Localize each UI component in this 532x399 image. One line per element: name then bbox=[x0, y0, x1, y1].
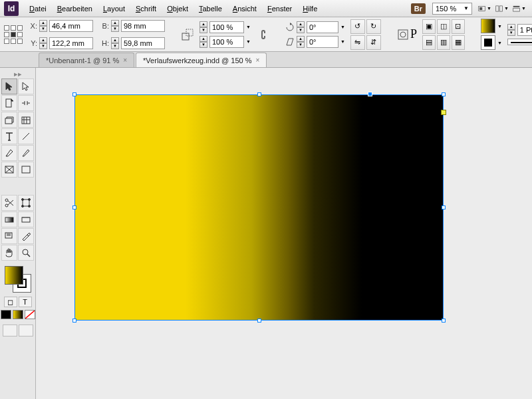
zoom-level-field[interactable]: 150 %▼ bbox=[432, 3, 472, 15]
bridge-badge[interactable]: Br bbox=[411, 3, 426, 14]
rotate-field[interactable]: ▲▼ 0°▼ bbox=[285, 21, 345, 33]
close-icon[interactable]: × bbox=[256, 57, 260, 64]
fitting-buttons[interactable]: ▣ ◫ ⊡ ▤ ▥ ▦ bbox=[422, 19, 465, 50]
formatting-text-button[interactable]: T bbox=[19, 297, 32, 307]
reference-point-locator[interactable] bbox=[4, 25, 23, 45]
pencil-tool[interactable] bbox=[18, 145, 34, 161]
panel-grip[interactable]: ▸▸ bbox=[0, 70, 35, 77]
svg-line-14 bbox=[23, 133, 29, 140]
apply-none-button[interactable] bbox=[25, 310, 35, 319]
center-content-button[interactable]: ⊡ bbox=[452, 19, 465, 34]
resize-handle[interactable] bbox=[72, 92, 76, 96]
document-tab[interactable]: *Verlaufswerkzeug.indd @ 150 % × bbox=[136, 53, 267, 67]
document-tab[interactable]: *Unbenannt-1 @ 91 % × bbox=[39, 53, 134, 67]
rectangle-frame-tool[interactable] bbox=[1, 162, 17, 178]
resize-handle[interactable] bbox=[72, 205, 76, 209]
workspace-button[interactable]: ▼ bbox=[512, 2, 527, 15]
rotate-cw-button[interactable]: ↻ bbox=[366, 19, 381, 34]
shear-field[interactable]: ▲▼ 0°▼ bbox=[285, 36, 345, 48]
stroke-style-field[interactable]: ▼ bbox=[507, 39, 532, 45]
stroke-weight-field[interactable]: ▲▼ 1 Pt▼ bbox=[507, 24, 532, 36]
page-tool[interactable] bbox=[1, 95, 17, 111]
arrange-documents-button[interactable]: ▼ bbox=[495, 2, 509, 15]
line-tool[interactable] bbox=[18, 128, 34, 144]
rectangle-tool[interactable] bbox=[18, 162, 34, 178]
menu-ansicht[interactable]: Ansicht bbox=[227, 2, 262, 15]
close-icon[interactable]: × bbox=[123, 57, 127, 64]
menu-layout[interactable]: Layout bbox=[98, 2, 130, 15]
eyedropper-tool[interactable] bbox=[18, 228, 34, 244]
scissors-tool[interactable] bbox=[1, 195, 17, 211]
document-canvas[interactable] bbox=[36, 68, 532, 399]
scale-x-field[interactable]: ▲▼ 100 %▼ bbox=[200, 21, 251, 33]
gradient-annotator-stop[interactable] bbox=[441, 110, 446, 115]
selection-tool[interactable] bbox=[1, 78, 17, 94]
hand-tool[interactable] bbox=[1, 245, 17, 261]
fit-prop-button[interactable]: ▥ bbox=[437, 35, 450, 50]
formatting-container-button[interactable]: ◻ bbox=[4, 297, 17, 307]
type-tool[interactable] bbox=[1, 128, 17, 144]
fit-frame-button[interactable]: ◫ bbox=[437, 19, 450, 34]
gradient-feather-tool[interactable] bbox=[18, 211, 34, 227]
menu-datei[interactable]: Datei bbox=[24, 2, 52, 15]
resize-handle[interactable] bbox=[442, 205, 446, 209]
constrain-proportions-icon[interactable] bbox=[256, 27, 269, 43]
svg-rect-18 bbox=[22, 166, 30, 173]
fill-stroke-proxy[interactable] bbox=[5, 266, 31, 293]
gap-tool[interactable] bbox=[18, 95, 34, 111]
apply-color-button[interactable] bbox=[1, 310, 11, 319]
y-field[interactable]: Y: ▲▼ 122,2 mm bbox=[28, 36, 93, 51]
fill-proxy[interactable] bbox=[5, 266, 23, 285]
fit-content-button[interactable]: ▣ bbox=[422, 19, 436, 34]
gradient-swatch-tool[interactable] bbox=[1, 211, 17, 227]
svg-rect-21 bbox=[23, 200, 29, 206]
container-select-icon[interactable] bbox=[397, 29, 409, 41]
resize-handle[interactable] bbox=[442, 92, 446, 96]
scale-y-field[interactable]: ▲▼ 100 %▼ bbox=[200, 36, 251, 48]
selected-frame[interactable] bbox=[74, 94, 444, 321]
h-field[interactable]: H: ▲▼ 59,8 mm bbox=[100, 36, 165, 51]
svg-rect-26 bbox=[5, 217, 13, 222]
rotate-flip-buttons[interactable]: ↺ ↻ ⇋ ⇵ bbox=[350, 19, 381, 50]
normal-view-button[interactable] bbox=[3, 325, 17, 336]
content-placer-tool[interactable] bbox=[18, 112, 34, 128]
flip-vertical-button[interactable]: ⇵ bbox=[366, 35, 381, 50]
resize-handle[interactable] bbox=[257, 92, 261, 96]
svg-point-9 bbox=[400, 32, 406, 37]
note-tool[interactable] bbox=[1, 228, 17, 244]
resize-handle[interactable] bbox=[257, 319, 261, 323]
resize-handle[interactable] bbox=[72, 319, 76, 323]
menu-bearbeiten[interactable]: Bearbeiten bbox=[52, 2, 98, 15]
free-transform-tool[interactable] bbox=[18, 195, 34, 211]
fill-prop-button[interactable]: ▤ bbox=[422, 35, 436, 50]
x-field[interactable]: X: ▲▼ 46,4 mm bbox=[28, 19, 93, 33]
pen-tool[interactable] bbox=[1, 145, 17, 161]
direct-selection-tool[interactable] bbox=[18, 78, 34, 94]
fill-swatch[interactable] bbox=[481, 19, 495, 33]
flip-horizontal-button[interactable]: ⇋ bbox=[350, 35, 365, 50]
preview-view-button[interactable] bbox=[19, 325, 33, 336]
screen-mode-button[interactable]: ▼ bbox=[477, 2, 492, 15]
gradient-annotator-start[interactable] bbox=[368, 92, 372, 96]
scale-icon bbox=[181, 27, 194, 43]
svg-rect-7 bbox=[186, 29, 193, 36]
content-collector-tool[interactable] bbox=[1, 112, 17, 128]
apply-gradient-button[interactable] bbox=[13, 310, 23, 319]
menu-fenster[interactable]: Fenster bbox=[262, 2, 297, 15]
app-logo: Id bbox=[4, 1, 19, 16]
stroke-swatch[interactable] bbox=[481, 35, 495, 50]
svg-point-20 bbox=[5, 199, 8, 201]
rotate-ccw-button[interactable]: ↺ bbox=[350, 19, 365, 34]
zoom-tool[interactable] bbox=[18, 245, 34, 261]
svg-line-31 bbox=[25, 311, 35, 319]
svg-rect-2 bbox=[496, 5, 499, 11]
menu-objekt[interactable]: Objekt bbox=[162, 2, 194, 15]
w-field[interactable]: B: ▲▼ 98 mm bbox=[100, 19, 165, 33]
menu-tabelle[interactable]: Tabelle bbox=[194, 2, 227, 15]
auto-fit-button[interactable]: ▦ bbox=[452, 35, 465, 50]
menu-schrift[interactable]: Schrift bbox=[130, 2, 162, 15]
resize-handle[interactable] bbox=[442, 319, 446, 323]
chevron-down-icon: ▼ bbox=[464, 5, 469, 11]
letter-p-icon: P bbox=[410, 27, 417, 41]
menu-hilfe[interactable]: Hilfe bbox=[297, 2, 323, 15]
